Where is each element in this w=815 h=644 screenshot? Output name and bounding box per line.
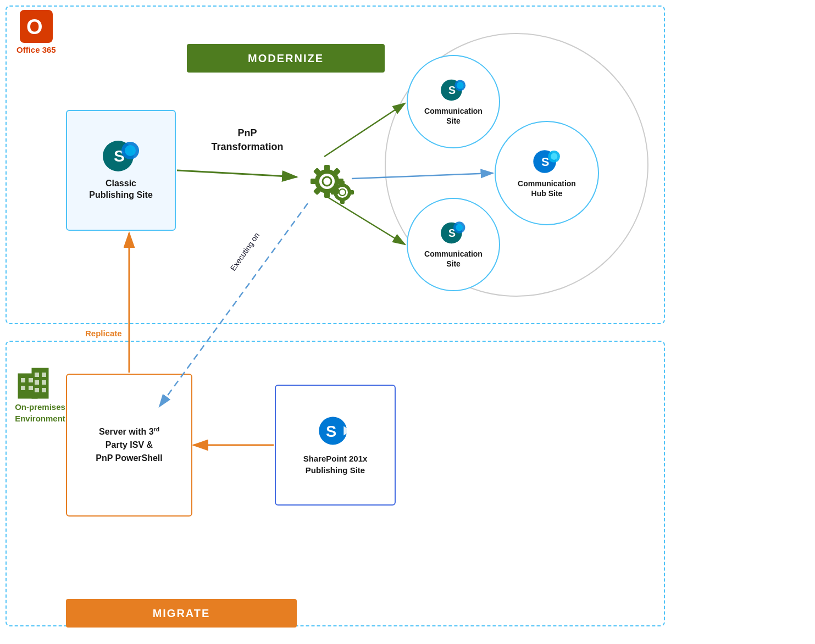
migrate-label: MIGRATE (153, 607, 210, 620)
onprem-label: On-premises Environment (10, 401, 70, 424)
svg-rect-37 (29, 378, 33, 382)
office-label: Office 365 (16, 45, 56, 54)
svg-point-25 (457, 82, 464, 89)
svg-rect-40 (35, 373, 39, 377)
server-box: Server with 3rdParty ISV &PnP PowerShell (66, 374, 192, 517)
svg-marker-48 (343, 426, 351, 436)
svg-rect-20 (331, 190, 336, 195)
sp201x-box: S SharePoint 201xPublishing Site (275, 385, 396, 506)
svg-rect-39 (29, 386, 33, 390)
svg-rect-38 (21, 386, 25, 390)
classic-site-box: S ClassicPublishing Site (66, 110, 176, 231)
svg-text:S: S (326, 423, 336, 440)
classic-site-label: ClassicPublishing Site (89, 178, 153, 201)
svg-point-29 (551, 153, 557, 159)
sharepoint-icon-hub: S (532, 148, 562, 175)
migrate-banner: MIGRATE (66, 599, 297, 628)
svg-point-33 (456, 224, 463, 231)
svg-rect-9 (324, 191, 330, 198)
svg-point-5 (125, 145, 136, 156)
diagram-container: O Office 365 MODERNIZE S ClassicPublishi… (0, 0, 815, 644)
server-box-label: Server with 3rdParty ISV &PnP PowerShell (96, 425, 163, 465)
comm-site-1: S CommunicationSite (407, 55, 500, 148)
replicate-label: Replicate (85, 329, 122, 338)
svg-rect-8 (324, 165, 330, 171)
building-icon (15, 363, 59, 403)
comm-site-3-label: CommunicationSite (424, 249, 483, 269)
gear-group (297, 154, 352, 203)
svg-point-7 (323, 177, 331, 186)
comm-hub-site: S CommunicationHub Site (495, 121, 599, 225)
svg-rect-10 (311, 179, 317, 184)
pnp-label: PnP Transformation (203, 126, 291, 154)
svg-rect-41 (42, 373, 46, 377)
svg-point-17 (339, 189, 346, 196)
sp201x-label: SharePoint 201xPublishing Site (303, 453, 368, 476)
office-logo: O Office 365 (16, 10, 56, 54)
svg-rect-42 (35, 380, 39, 385)
sharepoint-icon-classic: S (102, 140, 140, 173)
modernize-label: MODERNIZE (248, 52, 324, 65)
svg-text:S: S (448, 84, 456, 96)
office-icon: O (20, 10, 53, 43)
svg-text:S: S (541, 155, 549, 169)
svg-rect-43 (42, 380, 46, 385)
gear-icon (297, 154, 357, 209)
svg-rect-45 (42, 388, 46, 392)
comm-hub-label: CommunicationHub Site (518, 179, 576, 198)
comm-site-3: S CommunicationSite (407, 198, 500, 291)
modernize-banner: MODERNIZE (187, 44, 385, 73)
svg-rect-21 (349, 190, 354, 195)
svg-rect-19 (340, 199, 345, 204)
building-svg (15, 363, 59, 401)
svg-rect-18 (340, 181, 345, 186)
svg-rect-36 (21, 378, 25, 382)
sharepoint-icon-comm1: S (440, 77, 467, 103)
comm-site-1-label: CommunicationSite (424, 106, 483, 126)
svg-text:O: O (26, 15, 43, 38)
svg-rect-44 (35, 388, 39, 392)
sharepoint-201x-icon: S (317, 414, 354, 447)
sharepoint-icon-comm3: S (440, 220, 467, 246)
